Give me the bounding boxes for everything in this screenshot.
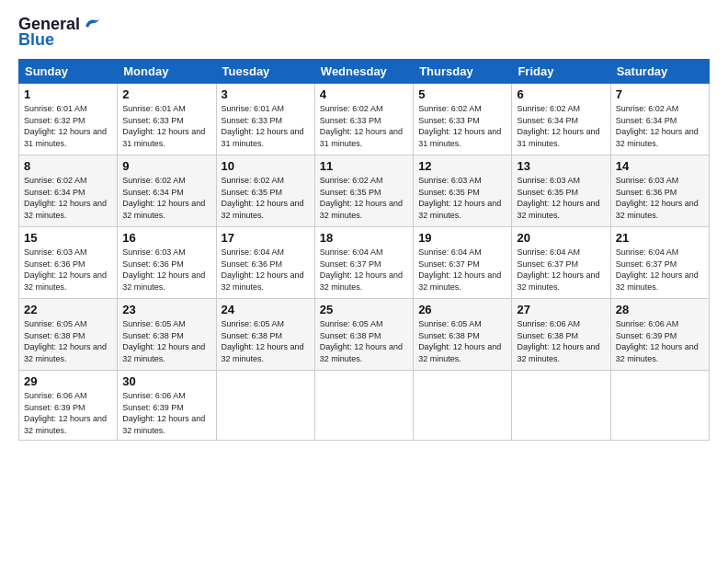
day-info: Sunrise: 6:05 AMSunset: 6:38 PMDaylight:… (418, 319, 501, 363)
table-row: 19 Sunrise: 6:04 AMSunset: 6:37 PMDaylig… (414, 227, 512, 299)
day-number: 16 (122, 231, 210, 245)
table-row (216, 371, 314, 441)
table-row: 25 Sunrise: 6:05 AMSunset: 6:38 PMDaylig… (314, 299, 413, 371)
day-info: Sunrise: 6:05 AMSunset: 6:38 PMDaylight:… (122, 319, 205, 363)
day-number: 11 (320, 159, 408, 173)
day-info: Sunrise: 6:04 AMSunset: 6:37 PMDaylight:… (616, 247, 699, 292)
col-thursday: Thursday (414, 60, 512, 84)
day-info: Sunrise: 6:04 AMSunset: 6:37 PMDaylight:… (517, 247, 599, 292)
table-row: 29 Sunrise: 6:06 AMSunset: 6:39 PMDaylig… (19, 371, 118, 441)
table-row: 8 Sunrise: 6:02 AMSunset: 6:34 PMDayligh… (19, 155, 118, 227)
logo: General Blue (18, 15, 102, 50)
day-number: 4 (320, 87, 408, 101)
day-info: Sunrise: 6:02 AMSunset: 6:35 PMDaylight:… (320, 176, 403, 220)
table-row: 10 Sunrise: 6:02 AMSunset: 6:35 PMDaylig… (216, 155, 314, 227)
logo-bird-icon (82, 17, 102, 33)
day-info: Sunrise: 6:03 AMSunset: 6:35 PMDaylight:… (517, 176, 599, 220)
col-friday: Friday (512, 60, 610, 84)
table-row: 27 Sunrise: 6:06 AMSunset: 6:38 PMDaylig… (512, 299, 610, 371)
day-info: Sunrise: 6:02 AMSunset: 6:33 PMDaylight:… (418, 104, 501, 148)
day-number: 24 (222, 303, 310, 316)
table-row: 22 Sunrise: 6:05 AMSunset: 6:38 PMDaylig… (19, 299, 118, 371)
day-number: 25 (320, 303, 408, 316)
day-number: 3 (222, 87, 310, 101)
day-info: Sunrise: 6:06 AMSunset: 6:39 PMDaylight:… (122, 391, 205, 435)
table-row: 15 Sunrise: 6:03 AMSunset: 6:36 PMDaylig… (19, 227, 118, 299)
day-info: Sunrise: 6:03 AMSunset: 6:36 PMDaylight:… (122, 247, 205, 292)
day-number: 2 (122, 87, 210, 101)
day-info: Sunrise: 6:04 AMSunset: 6:37 PMDaylight:… (418, 247, 501, 292)
table-row: 21 Sunrise: 6:04 AMSunset: 6:37 PMDaylig… (610, 227, 709, 299)
day-number: 15 (24, 231, 112, 245)
table-row (512, 371, 610, 441)
day-info: Sunrise: 6:05 AMSunset: 6:38 PMDaylight:… (24, 319, 107, 363)
page: General Blue Sunday Monday Tuesday Wedne… (0, 0, 728, 563)
day-info: Sunrise: 6:06 AMSunset: 6:38 PMDaylight:… (517, 319, 599, 363)
col-monday: Monday (118, 60, 216, 84)
table-row: 24 Sunrise: 6:05 AMSunset: 6:38 PMDaylig… (216, 299, 314, 371)
col-tuesday: Tuesday (216, 60, 314, 84)
table-row: 1 Sunrise: 6:01 AMSunset: 6:32 PMDayligh… (19, 84, 118, 155)
day-number: 7 (616, 87, 704, 101)
day-number: 19 (418, 231, 506, 245)
day-info: Sunrise: 6:01 AMSunset: 6:32 PMDaylight:… (24, 104, 107, 148)
day-number: 17 (222, 231, 310, 245)
day-number: 27 (517, 303, 605, 316)
table-row (314, 371, 413, 441)
day-info: Sunrise: 6:04 AMSunset: 6:36 PMDaylight:… (222, 247, 304, 292)
day-number: 13 (517, 159, 605, 173)
day-number: 18 (320, 231, 408, 245)
table-row: 18 Sunrise: 6:04 AMSunset: 6:37 PMDaylig… (314, 227, 413, 299)
col-saturday: Saturday (610, 60, 709, 84)
day-number: 1 (24, 87, 112, 101)
day-info: Sunrise: 6:02 AMSunset: 6:34 PMDaylight:… (517, 104, 599, 148)
table-row: 4 Sunrise: 6:02 AMSunset: 6:33 PMDayligh… (314, 84, 413, 155)
day-number: 30 (122, 374, 210, 388)
day-number: 29 (24, 374, 112, 388)
table-row (414, 371, 512, 441)
table-row: 9 Sunrise: 6:02 AMSunset: 6:34 PMDayligh… (118, 155, 216, 227)
table-row: 13 Sunrise: 6:03 AMSunset: 6:35 PMDaylig… (512, 155, 610, 227)
table-row: 3 Sunrise: 6:01 AMSunset: 6:33 PMDayligh… (216, 84, 314, 155)
day-info: Sunrise: 6:02 AMSunset: 6:34 PMDaylight:… (122, 176, 205, 220)
day-info: Sunrise: 6:02 AMSunset: 6:34 PMDaylight:… (616, 104, 699, 148)
table-row: 11 Sunrise: 6:02 AMSunset: 6:35 PMDaylig… (314, 155, 413, 227)
table-row (610, 371, 709, 441)
col-wednesday: Wednesday (314, 60, 413, 84)
day-number: 28 (616, 303, 704, 316)
day-number: 22 (24, 303, 112, 316)
table-row: 17 Sunrise: 6:04 AMSunset: 6:36 PMDaylig… (216, 227, 314, 299)
day-info: Sunrise: 6:02 AMSunset: 6:35 PMDaylight:… (222, 176, 304, 220)
table-row: 28 Sunrise: 6:06 AMSunset: 6:39 PMDaylig… (610, 299, 709, 371)
day-number: 6 (517, 87, 605, 101)
day-info: Sunrise: 6:05 AMSunset: 6:38 PMDaylight:… (222, 319, 304, 363)
day-number: 21 (616, 231, 704, 245)
table-row: 12 Sunrise: 6:03 AMSunset: 6:35 PMDaylig… (414, 155, 512, 227)
day-info: Sunrise: 6:06 AMSunset: 6:39 PMDaylight:… (616, 319, 699, 363)
day-info: Sunrise: 6:05 AMSunset: 6:38 PMDaylight:… (320, 319, 403, 363)
day-info: Sunrise: 6:06 AMSunset: 6:39 PMDaylight:… (24, 391, 107, 435)
header: General Blue (18, 15, 710, 50)
table-row: 16 Sunrise: 6:03 AMSunset: 6:36 PMDaylig… (118, 227, 216, 299)
day-number: 12 (418, 159, 506, 173)
col-sunday: Sunday (19, 60, 118, 84)
table-row: 20 Sunrise: 6:04 AMSunset: 6:37 PMDaylig… (512, 227, 610, 299)
day-number: 23 (122, 303, 210, 316)
day-number: 20 (517, 231, 605, 245)
day-number: 8 (24, 159, 112, 173)
table-row: 26 Sunrise: 6:05 AMSunset: 6:38 PMDaylig… (414, 299, 512, 371)
table-row: 5 Sunrise: 6:02 AMSunset: 6:33 PMDayligh… (414, 84, 512, 155)
calendar-header-row: Sunday Monday Tuesday Wednesday Thursday… (19, 60, 710, 84)
day-number: 26 (418, 303, 506, 316)
table-row: 30 Sunrise: 6:06 AMSunset: 6:39 PMDaylig… (118, 371, 216, 441)
day-info: Sunrise: 6:03 AMSunset: 6:35 PMDaylight:… (418, 176, 501, 220)
day-info: Sunrise: 6:02 AMSunset: 6:34 PMDaylight:… (24, 176, 107, 220)
table-row: 2 Sunrise: 6:01 AMSunset: 6:33 PMDayligh… (118, 84, 216, 155)
day-info: Sunrise: 6:01 AMSunset: 6:33 PMDaylight:… (222, 104, 304, 148)
day-number: 5 (418, 87, 506, 101)
day-info: Sunrise: 6:04 AMSunset: 6:37 PMDaylight:… (320, 247, 403, 292)
day-number: 14 (616, 159, 704, 173)
day-info: Sunrise: 6:03 AMSunset: 6:36 PMDaylight:… (616, 176, 699, 220)
table-row: 14 Sunrise: 6:03 AMSunset: 6:36 PMDaylig… (610, 155, 709, 227)
table-row: 6 Sunrise: 6:02 AMSunset: 6:34 PMDayligh… (512, 84, 610, 155)
